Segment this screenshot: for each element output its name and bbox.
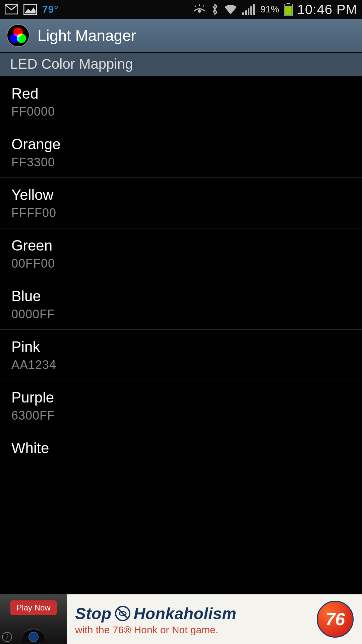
color-hex: 00FF00 [11, 257, 351, 271]
color-hex: FF0000 [11, 105, 351, 119]
color-name: Purple [11, 389, 351, 406]
svg-rect-10 [253, 4, 255, 15]
color-name: Yellow [11, 186, 351, 203]
color-hex: FFFF00 [11, 206, 351, 220]
color-hex: 0000FF [11, 307, 351, 321]
svg-rect-8 [248, 8, 249, 15]
status-right: 91% 10:46 PM [193, 2, 357, 17]
app-icon [7, 24, 29, 47]
list-item[interactable]: Purple 6300FF [0, 380, 362, 431]
section-header: LED Color Mapping [0, 52, 362, 76]
svg-rect-13 [285, 6, 292, 15]
list-item[interactable]: White [0, 431, 362, 457]
list-item[interactable]: Red FF0000 [0, 76, 362, 127]
no-horn-icon [114, 605, 131, 622]
steering-wheel-icon [22, 629, 45, 642]
color-name: Red [11, 85, 351, 102]
color-hex: AA1234 [11, 358, 351, 372]
list-item[interactable]: Blue 0000FF [0, 279, 362, 330]
status-left: 79° [5, 4, 58, 15]
mail-icon [5, 4, 18, 14]
signal-icon [242, 4, 256, 15]
svg-point-2 [198, 9, 201, 13]
svg-rect-7 [245, 10, 247, 15]
svg-rect-9 [250, 6, 252, 15]
ad-banner[interactable]: Play Now Stop Honkaholism with the 76® H… [0, 594, 362, 644]
ad-info-icon[interactable]: i [2, 632, 12, 642]
color-list: Red FF0000 Orange FF3300 Yellow FFFF00 G… [0, 76, 362, 457]
color-name: White [11, 440, 351, 457]
ad-headline: Stop Honkaholism [75, 604, 300, 623]
brand-76-icon: 76 [317, 601, 354, 638]
ad-subline: with the 76® Honk or Not game. [75, 624, 300, 636]
ad-headline-left: Stop [75, 604, 112, 623]
image-icon [23, 4, 37, 15]
app-title: Light Manager [38, 26, 136, 45]
battery-icon [284, 3, 293, 16]
weather-temp: 79° [42, 4, 58, 15]
smart-stay-icon [193, 4, 206, 14]
clock-time: 10:46 PM [297, 2, 357, 17]
list-item[interactable]: Green 00FF00 [0, 228, 362, 279]
ad-brand: 76 [308, 594, 362, 644]
color-name: Pink [11, 338, 351, 355]
svg-line-5 [203, 5, 204, 7]
color-hex: 6300FF [11, 409, 351, 423]
wifi-icon [224, 4, 238, 15]
color-name: Green [11, 237, 351, 254]
list-item[interactable]: Yellow FFFF00 [0, 178, 362, 228]
color-name: Orange [11, 136, 351, 153]
bluetooth-icon [211, 3, 219, 16]
svg-line-3 [195, 5, 196, 7]
color-hex: FF3300 [11, 155, 351, 169]
list-item[interactable]: Pink AA1234 [0, 330, 362, 380]
status-bar[interactable]: 79° 91% 10:46 PM [0, 0, 362, 19]
list-item[interactable]: Orange FF3300 [0, 127, 362, 178]
app-bar: Light Manager [0, 19, 362, 52]
play-now-button[interactable]: Play Now [10, 600, 56, 615]
ad-text: Stop Honkaholism with the 76® Honk or No… [67, 594, 308, 644]
ad-headline-right: Honkaholism [134, 604, 237, 623]
battery-percent: 91% [260, 4, 279, 15]
svg-rect-6 [242, 12, 244, 15]
color-name: Blue [11, 288, 351, 305]
